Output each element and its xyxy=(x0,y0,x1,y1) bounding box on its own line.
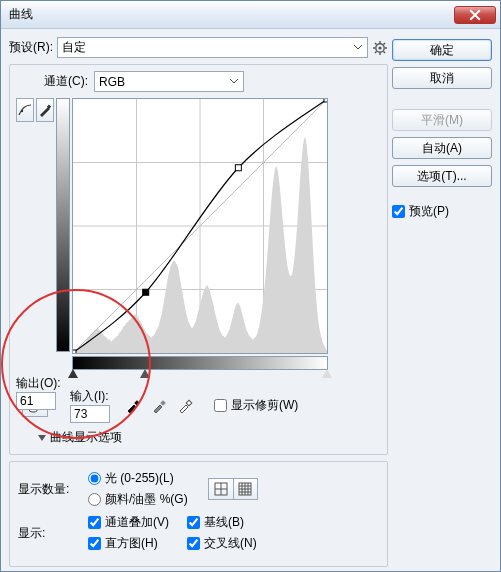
preset-value: 自定 xyxy=(62,39,86,56)
gray-eyedropper[interactable] xyxy=(150,397,168,415)
triangle-down-icon xyxy=(38,435,46,441)
preset-menu-button[interactable] xyxy=(372,40,388,56)
svg-rect-21 xyxy=(235,165,241,171)
svg-rect-22 xyxy=(324,99,327,102)
svg-line-6 xyxy=(375,43,377,45)
svg-point-10 xyxy=(21,110,23,112)
auto-button[interactable]: 自动(A) xyxy=(392,137,492,159)
svg-rect-20 xyxy=(143,289,149,295)
svg-rect-25 xyxy=(186,400,192,406)
preview-label: 预览(P) xyxy=(409,203,449,220)
intersection-checkbox[interactable]: 交叉线(N) xyxy=(187,535,257,552)
curve-draw-tool[interactable] xyxy=(36,98,54,122)
black-point-slider[interactable] xyxy=(68,369,78,378)
grid-fine-icon xyxy=(238,482,252,496)
cancel-button[interactable]: 取消 xyxy=(392,67,492,89)
display-amount-label: 显示数量: xyxy=(18,481,78,498)
curve-display-options-toggle[interactable]: 曲线显示选项 xyxy=(38,429,381,446)
input-label: 输入(I): xyxy=(70,389,109,403)
curve-graph[interactable] xyxy=(72,98,328,354)
show-clipping-label: 显示修剪(W) xyxy=(231,397,298,414)
channel-value: RGB xyxy=(99,75,125,89)
show-clipping-checkbox[interactable]: 显示修剪(W) xyxy=(214,397,298,414)
output-gradient-strip xyxy=(56,98,70,352)
channel-label: 通道(C): xyxy=(44,73,88,90)
mid-point-slider[interactable] xyxy=(140,369,150,378)
svg-line-9 xyxy=(384,43,386,45)
show-label: 显示: xyxy=(18,525,78,542)
eyedropper-icon xyxy=(151,398,167,414)
svg-rect-24 xyxy=(160,400,166,406)
svg-rect-23 xyxy=(134,400,140,406)
output-input[interactable] xyxy=(16,392,56,410)
titlebar[interactable]: 曲线 xyxy=(1,1,500,29)
preset-combo[interactable]: 自定 xyxy=(57,37,368,58)
preset-label: 预设(R): xyxy=(9,39,53,56)
chevron-down-icon xyxy=(229,75,239,89)
white-eyedropper[interactable] xyxy=(176,397,194,415)
grid-coarse-icon xyxy=(214,482,228,496)
chevron-down-icon xyxy=(353,41,363,55)
channel-overlay-checkbox[interactable]: 通道叠加(V) xyxy=(88,514,169,531)
eyedropper-icon xyxy=(177,398,193,414)
window-title: 曲线 xyxy=(9,6,454,23)
options-button[interactable]: 选项(T)... xyxy=(392,165,492,187)
grid-fine-button[interactable] xyxy=(233,479,257,499)
preview-checkbox[interactable]: 预览(P) xyxy=(392,203,492,220)
curve-point-tool[interactable] xyxy=(16,98,34,122)
input-input[interactable] xyxy=(70,405,110,423)
ok-button[interactable]: 确定 xyxy=(392,39,492,61)
disclosure-label: 曲线显示选项 xyxy=(50,429,122,446)
light-radio[interactable]: 光 (0-255)(L) xyxy=(88,470,188,487)
eyedropper-icon xyxy=(125,398,141,414)
curves-dialog: 曲线 预设(R): 自定 通道(C): RGB xyxy=(0,0,501,572)
output-label: 输出(O): xyxy=(16,375,61,392)
histogram-checkbox[interactable]: 直方图(H) xyxy=(88,535,169,552)
grid-coarse-button[interactable] xyxy=(209,479,233,499)
curve-icon xyxy=(18,103,32,117)
white-point-slider[interactable] xyxy=(322,369,332,378)
input-gradient-strip[interactable] xyxy=(72,356,328,370)
svg-point-1 xyxy=(378,46,381,49)
svg-line-8 xyxy=(375,51,377,53)
smooth-button[interactable]: 平滑(M) xyxy=(392,109,492,131)
black-eyedropper[interactable] xyxy=(124,397,142,415)
svg-rect-19 xyxy=(73,350,76,353)
channel-combo[interactable]: RGB xyxy=(94,71,244,92)
pencil-icon xyxy=(38,103,52,117)
close-button[interactable] xyxy=(454,6,496,24)
pigment-radio[interactable]: 颜料/油墨 %(G) xyxy=(88,491,188,508)
svg-line-7 xyxy=(384,51,386,53)
close-icon xyxy=(469,9,481,21)
baseline-checkbox[interactable]: 基线(B) xyxy=(187,514,257,531)
gear-icon xyxy=(372,40,388,56)
